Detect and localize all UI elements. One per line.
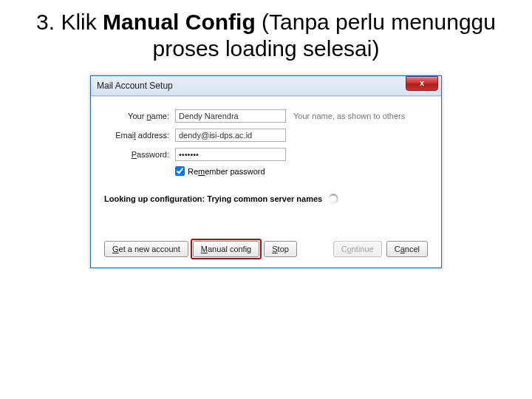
manual-config-button[interactable]: Manual config (193, 241, 260, 257)
status-detail: Trying common server names (207, 194, 322, 203)
titlebar: Mail Account Setup x (91, 76, 441, 96)
label-email: Email address: (104, 131, 175, 140)
button-row: Get a new account Manual config Stop Con… (104, 236, 428, 257)
mail-account-setup-dialog: Mail Account Setup x Your name: Your nam… (90, 75, 442, 268)
close-button[interactable]: x (406, 76, 438, 91)
stop-button[interactable]: Stop (264, 241, 297, 257)
loading-spinner-icon (328, 194, 338, 204)
status-text: Looking up configuration: Trying common … (104, 194, 322, 203)
your-name-input[interactable] (175, 109, 286, 123)
hint-your-name: Your name, as shown to others (293, 112, 405, 120)
password-input[interactable] (175, 148, 286, 161)
dialog-title: Mail Account Setup (97, 81, 173, 91)
label-your-name: Your name: (104, 112, 175, 120)
manual-config-highlight: Manual config (193, 241, 260, 257)
row-password: Password: (104, 147, 428, 162)
slide-title: 3. Klik Manual Config (Tanpa perlu menun… (0, 0, 532, 68)
label-password: Password: (104, 150, 175, 159)
continue-button[interactable]: Continue (333, 241, 382, 257)
row-your-name: Your name: Your name, as shown to others (104, 109, 428, 123)
cancel-button[interactable]: Cancel (386, 241, 428, 257)
status-prefix: Looking up configuration: (104, 194, 207, 203)
row-email: Email address: (104, 128, 428, 143)
get-new-account-button[interactable]: Get a new account (104, 241, 188, 257)
dialog-content: Your name: Your name, as shown to others… (91, 96, 441, 267)
row-remember: Remember password (175, 166, 428, 176)
remember-password-label: Remember password (188, 167, 265, 176)
status-row: Looking up configuration: Trying common … (104, 194, 428, 204)
slide-title-bold: Manual Config (103, 10, 256, 34)
remember-password-checkbox[interactable] (175, 166, 185, 176)
slide-title-prefix: 3. Klik (36, 10, 103, 34)
email-input[interactable] (175, 129, 286, 142)
